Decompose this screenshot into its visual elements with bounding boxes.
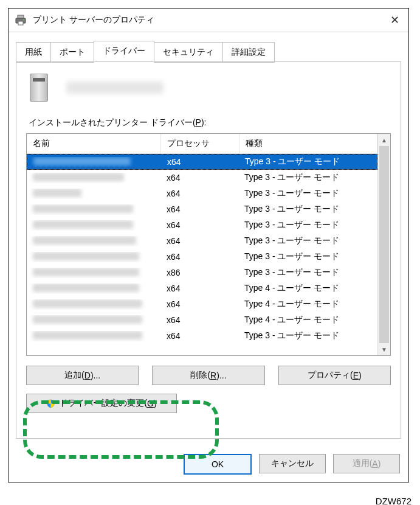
properties-button[interactable]: プロパティ(E) <box>278 366 391 385</box>
svg-rect-0 <box>18 15 24 18</box>
svg-rect-2 <box>18 21 23 25</box>
driver-row[interactable]: x64Type 3 - ユーザー モード <box>27 249 377 265</box>
driver-row[interactable]: x64Type 3 - ユーザー モード <box>27 154 377 170</box>
ok-button[interactable]: OK <box>184 454 252 475</box>
driver-row[interactable]: x64Type 4 - ユーザー モード <box>27 296 377 312</box>
scroll-down-icon[interactable]: ▼ <box>378 343 390 355</box>
col-processor[interactable]: プロセッサ <box>161 134 239 153</box>
driver-row[interactable]: x64Type 4 - ユーザー モード <box>27 312 377 328</box>
driver-row[interactable]: x64Type 3 - ユーザー モード <box>27 186 377 201</box>
driver-row[interactable]: x64Type 3 - ユーザー モード <box>27 233 377 249</box>
apply-button: 適用(A) <box>333 454 400 473</box>
window-title: プリント サーバーのプロパティ <box>33 15 380 26</box>
server-icon <box>30 74 48 102</box>
add-button[interactable]: 追加(D)... <box>26 366 139 385</box>
driver-panel: インストールされたプリンター ドライバー(P): 名前 プロセッサ 種類 x64… <box>16 61 401 439</box>
col-type[interactable]: 種類 <box>239 134 377 153</box>
driver-row[interactable]: x64Type 3 - ユーザー モード <box>27 170 377 186</box>
driver-button-row: 追加(D)... 削除(R)... プロパティ(E) <box>26 366 391 385</box>
figure-code: DZW672 <box>376 496 411 505</box>
col-name[interactable]: 名前 <box>27 134 161 153</box>
driver-list[interactable]: 名前 プロセッサ 種類 x64Type 3 - ユーザー モードx64Type … <box>26 133 391 356</box>
tab-port[interactable]: ポート <box>50 42 94 63</box>
print-server-properties-window: プリント サーバーのプロパティ ✕ 用紙 ポート ドライバー セキュリティ 詳細… <box>8 8 409 482</box>
scrollbar[interactable]: ▲ ▼ <box>377 134 390 355</box>
driver-row[interactable]: x64Type 4 - ユーザー モード <box>27 280 377 296</box>
titlebar: プリント サーバーのプロパティ ✕ <box>9 9 408 32</box>
cancel-button[interactable]: キャンセル <box>259 454 326 473</box>
driver-row[interactable]: x64Type 3 - ユーザー モード <box>27 217 377 233</box>
uac-shield-icon <box>46 399 55 408</box>
close-icon: ✕ <box>390 13 399 27</box>
installed-drivers-label: インストールされたプリンター ドライバー(P): <box>29 117 391 128</box>
driver-row[interactable]: x86Type 3 - ユーザー モード <box>27 265 377 280</box>
tab-advanced[interactable]: 詳細設定 <box>222 42 275 63</box>
grid-header: 名前 プロセッサ 種類 <box>27 134 377 154</box>
tabstrip: 用紙 ポート ドライバー セキュリティ 詳細設定 <box>9 32 408 61</box>
server-header <box>26 61 391 117</box>
dialog-buttons: OK キャンセル 適用(A) <box>184 454 400 475</box>
tab-driver[interactable]: ドライバー <box>94 41 154 61</box>
driver-row[interactable]: x64Type 3 - ユーザー モード <box>27 201 377 217</box>
scroll-thumb[interactable] <box>379 146 389 343</box>
close-button[interactable]: ✕ <box>380 9 408 32</box>
svg-point-3 <box>23 19 24 21</box>
scroll-up-icon[interactable]: ▲ <box>378 134 390 146</box>
scroll-track[interactable] <box>378 146 390 343</box>
tab-paper[interactable]: 用紙 <box>16 42 51 63</box>
tab-security[interactable]: セキュリティ <box>154 42 223 63</box>
change-driver-settings-button[interactable]: ドライバー設定の変更(G) <box>26 394 177 413</box>
remove-button[interactable]: 削除(R)... <box>152 366 264 385</box>
server-name-redacted <box>66 82 164 94</box>
driver-row[interactable]: x64Type 3 - ユーザー モード <box>27 328 377 344</box>
printer-icon <box>15 15 27 26</box>
